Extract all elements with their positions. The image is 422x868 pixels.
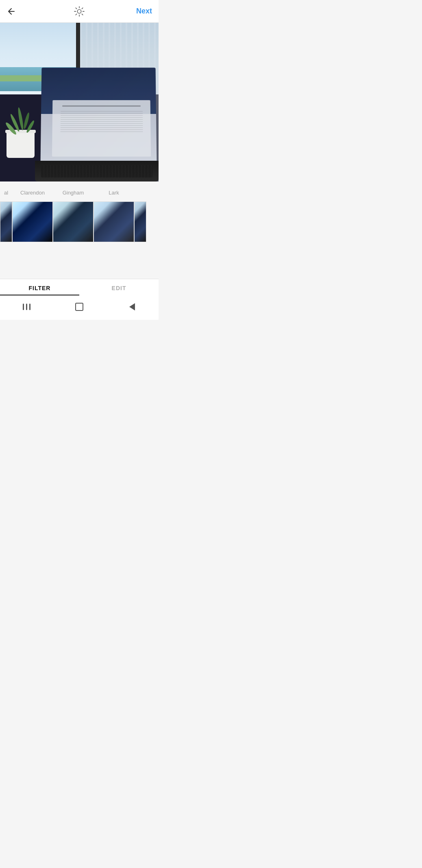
sun-adjust-icon xyxy=(74,6,85,17)
back-chevron-icon xyxy=(129,303,135,310)
filter-label-lark[interactable]: Lark xyxy=(94,190,134,198)
bottom-tab-bar: FILTER EDIT xyxy=(0,279,159,320)
thumb-scene-partial xyxy=(0,202,12,242)
svg-line-5 xyxy=(76,8,77,9)
clarendon-filter-label: Clarendon xyxy=(20,190,45,196)
mid-spacer xyxy=(0,246,159,279)
svg-line-8 xyxy=(76,14,77,15)
filter-thumb-clarendon[interactable] xyxy=(12,201,53,242)
main-photo xyxy=(0,23,159,181)
menu-lines-icon xyxy=(23,304,30,310)
android-nav-bar xyxy=(0,295,159,320)
filter-thumb-normal-partial[interactable] xyxy=(0,201,12,242)
filter-label-gingham[interactable]: Gingham xyxy=(53,190,94,198)
menu-lines-button[interactable] xyxy=(17,300,35,313)
filter-labels-row: al Clarendon Gingham Lark xyxy=(0,190,159,201)
filter-thumb-more-partial[interactable] xyxy=(134,201,146,242)
filter-thumb-lark[interactable] xyxy=(94,201,134,242)
laptop-screen xyxy=(41,68,157,161)
edit-tab-button[interactable]: EDIT xyxy=(79,279,159,295)
filter-label-normal[interactable]: al xyxy=(0,190,12,198)
keyboard-area xyxy=(41,165,152,177)
screen-document xyxy=(52,100,151,157)
plant-leaves xyxy=(3,107,38,158)
filter-thumb-gingham[interactable] xyxy=(53,201,94,242)
thumb-scene-more-partial xyxy=(135,202,146,242)
svg-line-6 xyxy=(82,14,83,15)
tab-buttons: FILTER EDIT xyxy=(0,279,159,295)
thumb-scene-clarendon xyxy=(13,202,52,242)
next-button[interactable]: Next xyxy=(136,7,152,15)
back-button[interactable] xyxy=(7,7,16,16)
plant-pot xyxy=(3,107,38,158)
back-chevron-button[interactable] xyxy=(123,300,141,313)
normal-filter-label: al xyxy=(4,190,8,196)
svg-line-7 xyxy=(82,8,83,9)
filter-tab-button[interactable]: FILTER xyxy=(0,279,79,295)
home-square-button[interactable] xyxy=(70,300,88,313)
thumb-scene-gingham xyxy=(53,202,93,242)
adjust-icon-container xyxy=(74,6,85,17)
filter-thumbnails-row xyxy=(0,201,159,242)
lark-filter-label: Lark xyxy=(109,190,119,196)
laptop-base xyxy=(35,161,159,181)
svg-point-0 xyxy=(77,9,81,13)
header: Next xyxy=(0,0,159,23)
thumb-scene-lark xyxy=(94,202,134,242)
gingham-filter-label: Gingham xyxy=(63,190,84,196)
filter-label-clarendon[interactable]: Clarendon xyxy=(12,190,53,198)
laptop xyxy=(35,67,159,181)
screen-content xyxy=(41,68,157,161)
filter-strip-area: al Clarendon Gingham Lark xyxy=(0,181,159,246)
home-square-icon xyxy=(75,303,83,311)
